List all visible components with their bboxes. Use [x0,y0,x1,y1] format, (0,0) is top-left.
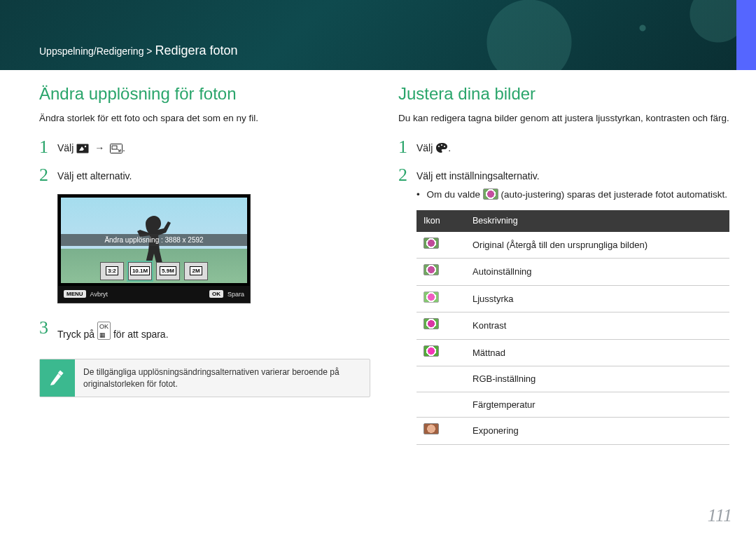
brightness-thumb-icon [424,291,439,303]
row-desc: Kontrast [465,312,729,340]
step-number: 1 [39,138,57,156]
intro-resolution: Ändra storlek för ett foto och spara det… [39,112,370,125]
adjust-step1: Välj . [416,138,729,156]
header-banner: Uppspelning/Redigering > Redigera foton [0,0,756,70]
table-row: RGB-inställning [416,366,729,392]
adjustment-table: Ikon Beskrivning Original (Återgå till d… [416,210,729,445]
table-row: Autoinställning [416,259,729,286]
breadcrumb-path: Uppspelning/Redigering > [39,46,153,57]
svg-point-5 [438,146,440,147]
left-column: Ändra upplösning för foton Ändra storlek… [39,84,370,508]
size-option-row: 3:2 10.1M 5.9M 2M [100,262,208,280]
intro-adjust: Du kan redigera tagna bilder genom att j… [398,112,729,125]
step1-prefix: Välj [57,142,76,153]
size-option[interactable]: 10.1M [128,262,152,280]
adjust-sub-bullet: • Om du valde (auto-justering) sparas de… [416,188,729,202]
row-desc: Mättnad [465,339,729,366]
step-number: 2 [39,166,57,184]
adjust-step2-text: Välj ett inställningsalternativ. [416,170,540,181]
palette-icon [435,143,448,153]
table-row: Färgtemperatur [416,392,729,418]
contrast-thumb-icon [424,318,439,329]
step-1-body: Välj → . [57,138,370,156]
resize-icon [110,144,122,153]
original-thumb-icon [424,238,439,249]
step-number: 2 [398,166,416,184]
step-number: 3 [39,319,57,337]
table-row: Mättnad [416,339,729,366]
table-row: Original (Återgå till den ursprungliga b… [416,232,729,259]
step3-suffix: för att spara. [113,329,169,340]
ok-label: Spara [227,291,244,298]
menu-key: MENU [64,290,86,298]
note-text: De tillgängliga upplösningsändringsalter… [75,359,370,397]
right-column: Justera dina bilder Du kan redigera tagn… [398,84,729,508]
arrow-icon: → [94,142,104,153]
row-desc: Ljusstyrka [465,285,729,312]
note-box: De tillgängliga upplösningsändringsalter… [39,359,370,398]
table-row: Kontrast [416,312,729,340]
step-2-body: Välj ett alternativ. [57,166,370,184]
row-desc: RGB-inställning [465,366,729,392]
size-option[interactable]: 3:2 [100,262,124,280]
step3-prefix: Tryck på [57,329,97,340]
section-title-resolution: Ändra upplösning för foton [39,84,370,104]
svg-point-7 [444,146,445,147]
edit-icon [76,144,89,153]
menu-label: Avbryt [90,291,108,298]
auto-adjust-thumb-icon [483,188,498,200]
step-3-body: Tryck på OK▦ för att spara. [57,319,370,342]
section-title-adjust: Justera dina bilder [398,84,729,104]
breadcrumb-page: Redigera foton [155,43,237,57]
svg-point-6 [441,144,442,146]
svg-rect-3 [112,146,117,149]
row-desc: Autoinställning [465,259,729,286]
page-number: 111 [708,505,732,526]
size-option[interactable]: 2M [184,262,208,280]
row-desc: Exponering [465,418,729,445]
note-icon [40,359,75,397]
resolution-label: Ändra upplösning : 3888 x 2592 [61,234,247,246]
saturation-thumb-icon [424,345,439,357]
ok-key-icon: OK▦ [97,322,111,340]
camera-screen-mock: Ändra upplösning : 3888 x 2592 3:2 10.1M… [57,194,251,303]
table-row: Ljusstyrka [416,285,729,312]
step-number: 1 [398,138,416,156]
table-row: Exponering [416,418,729,445]
bullet-dot-icon: • [416,189,420,200]
sub-prefix: Om du valde [427,189,483,200]
auto-thumb-icon [424,264,439,275]
breadcrumb: Uppspelning/Redigering > Redigera foton [39,43,237,58]
sub-suffix: (auto-justering) sparas det justerade fo… [501,189,727,200]
table-head-desc: Beskrivning [465,210,729,232]
svg-point-1 [85,146,86,147]
screen-footer: MENU Avbryt OK Spara [58,286,250,303]
adjust-step1-prefix: Välj [416,142,435,153]
ok-key: OK [209,290,223,298]
row-desc: Original (Återgå till den ursprungliga b… [465,232,729,259]
exposure-thumb-icon [424,423,439,434]
row-desc: Färgtemperatur [465,392,729,418]
size-option[interactable]: 5.9M [156,262,180,280]
adjust-step2: Välj ett inställningsalternativ. • Om du… [416,166,729,445]
table-head-icon: Ikon [416,210,465,232]
